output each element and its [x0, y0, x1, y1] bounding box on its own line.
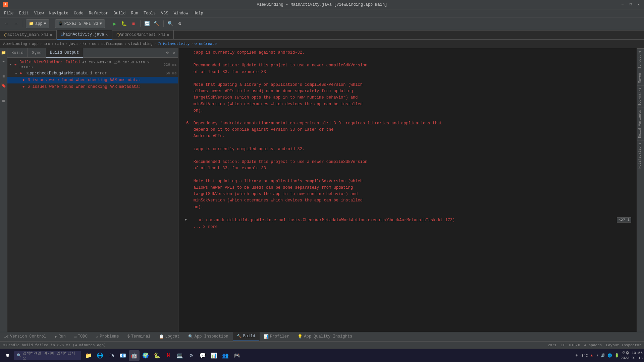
tree-root-item[interactable]: ▼ ● Build ViewBinding: failed At 2023-01…	[7, 59, 178, 70]
taskbar-search[interactable]: 🔍 검색하려면 여기에 입력하십시오	[14, 351, 81, 360]
tab-label: AndroidManifest.xml	[120, 33, 166, 37]
breadcrumb-src[interactable]: src	[44, 42, 50, 46]
tab-run[interactable]: ▶ Run	[51, 332, 70, 341]
search-button[interactable]: 🔍	[166, 20, 174, 28]
tab-version-control[interactable]: ⎇ Version Control	[0, 332, 51, 341]
build-tree: ▼ ● Build ViewBinding: failed At 2023-01…	[7, 58, 178, 332]
settings-button[interactable]: ⚙	[176, 20, 184, 28]
encoding[interactable]: UTF-8	[569, 343, 580, 347]
menu-tools[interactable]: Tools	[141, 10, 158, 16]
expand-icon[interactable]: ▼	[184, 218, 188, 222]
build-tab-build[interactable]: Build	[7, 48, 28, 58]
minimize-button[interactable]: ─	[620, 2, 625, 7]
notifications-label[interactable]: Notifications	[637, 140, 644, 171]
taskbar-teams[interactable]: 👥	[220, 350, 231, 361]
taskbar-netflix[interactable]: N	[163, 350, 174, 361]
menu-window[interactable]: Window	[171, 10, 191, 16]
start-button[interactable]: ⊞	[1, 350, 13, 362]
maven-label[interactable]: Maven	[637, 71, 644, 85]
settings-action[interactable]: ⚙	[165, 50, 170, 56]
tab-activity-main-xml[interactable]: ⬡ activity_main.xml ✕	[0, 30, 57, 40]
project-panel-icon[interactable]: 📁	[1, 50, 7, 56]
taskbar-clock[interactable]: 오후 10:55 2023-01-18	[621, 351, 643, 360]
root-arrow[interactable]: ▼	[9, 63, 13, 67]
sync-button[interactable]: 🔄	[143, 20, 151, 28]
breadcrumb-oncreate[interactable]: ⊙ onCreate	[195, 42, 217, 46]
menu-run[interactable]: Run	[128, 10, 141, 16]
close-panel-btn[interactable]: ✕	[171, 50, 177, 56]
taskbar-chrome[interactable]: 🌍	[140, 350, 151, 361]
menu-file[interactable]: File	[1, 10, 16, 16]
debug-button[interactable]: 🐛	[120, 20, 128, 28]
bookmarks-icon[interactable]: 🔖	[1, 82, 7, 88]
tab-terminal[interactable]: $ Terminal	[123, 332, 155, 341]
tab-profiler[interactable]: 📊 Profiler	[260, 332, 294, 341]
tree-gc-item-1[interactable]: ● 6 issues were found when checking AAR …	[7, 77, 178, 83]
tab-close[interactable]: ✕	[105, 32, 108, 37]
breadcrumb-mainactivity[interactable]: ⬡ MainActivity	[158, 42, 190, 46]
favorites-icon[interactable]: ★	[1, 58, 7, 64]
structure-icon[interactable]: ≡	[1, 74, 7, 80]
taskbar-android-studio[interactable]: 🤖	[129, 350, 140, 361]
toolbar-forward[interactable]: →	[12, 20, 20, 28]
taskbar-python[interactable]: 🐍	[152, 350, 162, 361]
breadcrumb-co[interactable]: co	[92, 42, 96, 46]
tab-problems[interactable]: ⚠ Problems	[92, 332, 123, 341]
menu-view[interactable]: View	[32, 10, 47, 16]
device-dropdown[interactable]: 📱 Pixel 5 API 33 ▼	[55, 19, 105, 28]
taskbar-browser[interactable]: 🌐	[95, 350, 105, 361]
menu-vcs[interactable]: VCS	[158, 10, 171, 16]
structure-label[interactable]: Structure	[637, 48, 644, 71]
taskbar-app1[interactable]: 💻	[174, 350, 185, 361]
build-variants-label[interactable]: Build Variants	[637, 108, 644, 140]
breadcrumb-app[interactable]: app	[32, 42, 39, 46]
tree-child-item[interactable]: ▼ ● :app:checkDebugAarMetadata 1 error 5…	[7, 70, 178, 77]
build-button[interactable]: 🔨	[153, 20, 161, 28]
stop-button[interactable]: ■	[129, 20, 138, 28]
breadcrumb-main[interactable]: main	[55, 42, 64, 46]
tab-build[interactable]: 🔨 Build	[233, 332, 260, 341]
breadcrumb-viewbinding2[interactable]: viewbinding	[128, 42, 153, 46]
menu-navigate[interactable]: Navigate	[46, 10, 71, 16]
menu-edit[interactable]: Edit	[16, 10, 32, 16]
tree-gc-item-2[interactable]: ● 6 issues were found when checking AAR …	[7, 83, 178, 90]
layout-inspector[interactable]: Layout Inspector	[606, 343, 641, 347]
tab-mainactivity-java[interactable]: ☕ MainActivity.java ✕	[57, 30, 112, 40]
menu-help[interactable]: Help	[191, 10, 206, 16]
status-right: 20:1 LF UTF-8 4 spaces Layout Inspector	[548, 343, 641, 347]
indent-info[interactable]: 4 spaces	[584, 343, 602, 347]
taskbar-explorer[interactable]: 📁	[83, 350, 94, 361]
breadcrumb-viewbinding[interactable]: ViewBinding	[3, 42, 27, 46]
maximize-button[interactable]: □	[628, 2, 633, 7]
menu-code[interactable]: Code	[71, 10, 86, 16]
bookmarks-panel-label[interactable]: Bookmarks	[637, 85, 644, 108]
tab-app-inspection[interactable]: 🔍 App Inspection	[184, 332, 233, 341]
breadcrumb-softcampus[interactable]: softcampus	[101, 42, 123, 46]
toolbar-back[interactable]: ←	[3, 20, 11, 28]
project-dropdown[interactable]: 📁 app ▼	[26, 19, 49, 28]
tab-logcat[interactable]: 📋 Logcat	[155, 332, 184, 341]
tab-close[interactable]: ✕	[50, 33, 52, 38]
taskbar-store[interactable]: 🛍	[106, 350, 117, 361]
child-arrow[interactable]: ▼	[14, 71, 18, 75]
taskbar-app3[interactable]: 💬	[197, 350, 208, 361]
tab-androidmanifest-xml[interactable]: ⬡ AndroidManifest.xml ✕	[112, 30, 174, 40]
build-variants-icon[interactable]: ⊞	[1, 98, 7, 104]
tab-todo[interactable]: ☑ TODO	[70, 332, 92, 341]
menu-build[interactable]: Build	[111, 10, 128, 16]
line-separator[interactable]: LF	[560, 343, 565, 347]
menu-refactor[interactable]: Refactor	[86, 10, 111, 16]
close-button[interactable]: ✕	[636, 2, 641, 7]
build-tab-sync[interactable]: Sync	[28, 48, 46, 58]
taskbar-app2[interactable]: ⚙	[186, 350, 197, 361]
breadcrumb-java[interactable]: java	[69, 42, 77, 46]
tab-close[interactable]: ✕	[167, 33, 169, 38]
breadcrumb-kr[interactable]: kr	[83, 42, 87, 46]
tab-app-quality[interactable]: 💡 App Quality Insights	[293, 332, 357, 341]
taskbar-app5[interactable]: 🎮	[231, 350, 242, 361]
taskbar-app4[interactable]: 📊	[209, 350, 219, 361]
build-tab-output[interactable]: Build Output	[46, 48, 83, 58]
run-button[interactable]: ▶	[111, 20, 119, 28]
taskbar-mail[interactable]: 📧	[117, 350, 128, 361]
cursor-position[interactable]: 20:1	[548, 343, 556, 347]
